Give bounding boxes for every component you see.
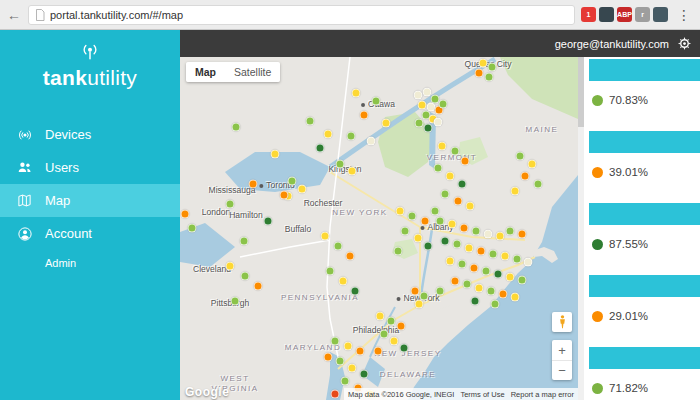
device-marker[interactable] [316,144,325,153]
extension-icon[interactable] [599,7,614,22]
device-marker[interactable] [471,297,480,306]
device-bar[interactable] [589,203,700,225]
device-marker[interactable] [360,370,369,379]
device-marker[interactable] [415,119,424,128]
device-marker[interactable] [326,267,335,276]
device-marker[interactable] [344,342,353,351]
device-marker[interactable] [448,220,457,229]
device-marker[interactable] [188,224,197,233]
device-marker[interactable] [226,262,235,271]
device-marker[interactable] [401,227,410,236]
device-marker[interactable] [441,190,450,199]
device-marker[interactable] [367,137,376,146]
device-marker[interactable] [347,132,356,141]
device-marker[interactable] [441,237,450,246]
device-marker[interactable] [438,142,447,151]
device-marker[interactable] [458,180,467,189]
device-marker[interactable] [408,212,417,221]
device-bar[interactable] [589,131,700,153]
device-marker[interactable] [411,287,420,296]
device-bar[interactable] [589,59,700,81]
device-marker[interactable] [434,118,443,127]
device-marker[interactable] [380,330,389,339]
device-marker[interactable] [226,200,235,209]
device-marker[interactable] [446,257,455,266]
device-marker[interactable] [521,172,530,181]
extension-icon[interactable]: ABP [617,7,632,22]
device-marker[interactable] [241,272,250,281]
device-marker[interactable] [348,167,357,176]
device-bar[interactable] [589,347,700,369]
device-marker[interactable] [482,267,491,276]
device-marker[interactable] [414,91,423,100]
device-marker[interactable] [436,287,445,296]
device-marker[interactable] [331,337,340,346]
device-marker[interactable] [387,317,396,326]
device-marker[interactable] [453,240,462,249]
device-marker[interactable] [254,282,263,291]
device-marker[interactable] [348,364,357,373]
device-marker[interactable] [491,300,500,309]
device-marker[interactable] [485,73,494,82]
device-marker[interactable] [470,264,479,273]
device-marker[interactable] [516,152,525,161]
device-marker[interactable] [487,287,496,296]
street-view-pegman-button[interactable] [552,312,572,332]
device-marker[interactable] [439,100,448,109]
device-marker[interactable] [382,119,391,128]
device-bar[interactable] [589,275,700,297]
device-marker[interactable] [461,157,470,166]
device-marker[interactable] [528,160,537,169]
device-marker[interactable] [360,111,369,120]
device-marker[interactable] [451,277,460,286]
device-marker[interactable] [324,353,333,362]
browser-menu-icon[interactable]: ⋮ [674,7,694,23]
map-canvas[interactable]: Quebec CityMAINEOttawaVERMONTKingstonTor… [180,57,578,400]
device-marker[interactable] [336,160,345,169]
device-marker[interactable] [489,250,498,259]
satellite-view-button[interactable]: Satellite [225,62,280,82]
device-marker[interactable] [288,177,297,186]
device-marker[interactable] [394,247,403,256]
device-marker[interactable] [518,230,527,239]
device-marker[interactable] [415,300,424,309]
device-marker[interactable] [396,207,405,216]
device-marker[interactable] [390,337,399,346]
sidebar-item-account[interactable]: Account [0,217,180,250]
device-marker[interactable] [511,293,520,302]
url-bar[interactable]: portal.tankutility.com/#/map [28,5,575,25]
device-marker[interactable] [499,290,508,299]
device-marker[interactable] [460,224,469,233]
settings-gear-icon[interactable] [677,36,692,51]
device-marker[interactable] [475,69,484,78]
device-marker[interactable] [475,284,484,293]
device-marker[interactable] [524,258,533,267]
device-marker[interactable] [465,244,474,253]
sidebar-item-map[interactable]: Map [0,184,180,217]
device-marker[interactable] [271,150,280,159]
device-marker[interactable] [376,312,385,321]
device-marker[interactable] [298,185,307,194]
device-marker[interactable] [506,227,515,236]
device-marker[interactable] [240,237,249,246]
device-marker[interactable] [351,287,360,296]
device-marker[interactable] [374,347,383,356]
device-marker[interactable] [534,180,543,189]
device-marker[interactable] [324,130,333,139]
device-marker[interactable] [431,207,440,216]
device-marker[interactable] [231,297,240,306]
device-marker[interactable] [336,357,345,366]
device-marker[interactable] [511,187,520,196]
map-view-button[interactable]: Map [186,62,225,82]
device-marker[interactable] [477,247,486,256]
device-marker[interactable] [479,59,488,68]
device-marker[interactable] [424,124,433,133]
device-marker[interactable] [466,202,475,211]
device-marker[interactable] [249,180,258,189]
device-marker[interactable] [334,242,343,251]
device-marker[interactable] [352,89,361,98]
device-marker[interactable] [496,232,505,241]
device-marker[interactable] [321,232,330,241]
device-marker[interactable] [356,347,365,356]
device-marker[interactable] [418,101,427,110]
